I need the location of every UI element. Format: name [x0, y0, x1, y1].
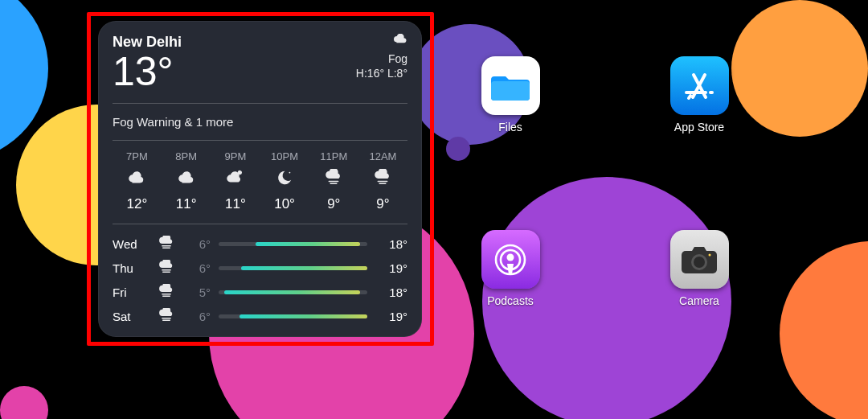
- hour-temp: 10°: [274, 196, 295, 212]
- moon-icon: [276, 169, 293, 190]
- app-label: Camera: [679, 294, 719, 307]
- weather-high-low: H:16° L:8°: [356, 67, 407, 80]
- fog-icon: [325, 169, 342, 190]
- day-name: Wed: [113, 237, 146, 251]
- weather-daily[interactable]: Wed 6° 18° Thu 6° 19° Fri 5° 18° Sat 6° …: [113, 224, 407, 326]
- cloud-icon: [128, 169, 145, 190]
- svg-point-0: [289, 172, 291, 174]
- podcasts-icon: [481, 230, 540, 289]
- hour-temp: 9°: [376, 196, 389, 212]
- day-name: Thu: [113, 261, 146, 275]
- svg-rect-3: [378, 181, 388, 182]
- weather-alert[interactable]: Fog Warning & 1 more: [113, 104, 407, 140]
- svg-rect-4: [379, 183, 387, 183]
- temp-range-bar: [219, 290, 367, 294]
- cloud-night-icon: [227, 169, 244, 190]
- app-appstore[interactable]: App Store: [659, 56, 739, 134]
- fog-icon: [154, 260, 178, 276]
- day-low: 6°: [186, 310, 211, 323]
- app-podcasts[interactable]: Podcasts: [470, 230, 551, 307]
- app-files[interactable]: Files: [470, 56, 551, 134]
- day-name: Fri: [113, 285, 146, 299]
- svg-rect-2: [330, 183, 338, 183]
- svg-rect-6: [162, 248, 170, 249]
- app-label: Podcasts: [487, 294, 534, 307]
- hour-temp: 12°: [127, 196, 148, 212]
- hour-item: 8PM11°: [162, 150, 211, 212]
- svg-point-24: [709, 253, 711, 256]
- fog-icon: [374, 169, 391, 190]
- svg-point-20: [507, 253, 514, 261]
- day-high: 18°: [375, 285, 407, 299]
- hour-temp: 11°: [176, 196, 197, 212]
- svg-rect-5: [162, 245, 171, 246]
- svg-rect-7: [162, 269, 171, 270]
- day-high: 19°: [375, 310, 407, 323]
- hour-time: 9PM: [225, 150, 247, 162]
- cloud-icon: [178, 169, 195, 190]
- svg-rect-11: [162, 318, 171, 318]
- hour-item: 12AM9°: [358, 150, 407, 212]
- hour-time: 7PM: [126, 150, 148, 162]
- svg-rect-12: [162, 320, 170, 321]
- app-label: App Store: [674, 121, 724, 134]
- temp-range-bar: [219, 242, 367, 246]
- weather-condition: Fog: [388, 52, 407, 65]
- day-row: Thu 6° 19°: [113, 258, 407, 277]
- bg-bokeh: [0, 386, 48, 419]
- svg-rect-10: [162, 296, 170, 297]
- hour-time: 11PM: [320, 150, 347, 162]
- hour-item: 11PM9°: [309, 150, 358, 212]
- day-low: 6°: [186, 261, 211, 275]
- svg-rect-8: [162, 272, 170, 273]
- temp-range-bar: [219, 266, 367, 270]
- fog-icon: [154, 284, 178, 300]
- hour-time: 8PM: [175, 150, 197, 162]
- day-low: 6°: [186, 237, 211, 251]
- day-row: Fri 5° 18°: [113, 282, 407, 302]
- app-label: Files: [498, 121, 522, 134]
- hour-time: 10PM: [271, 150, 298, 162]
- svg-rect-1: [329, 181, 339, 182]
- day-low: 5°: [186, 285, 211, 299]
- files-icon: [481, 56, 540, 115]
- day-high: 18°: [375, 237, 407, 251]
- hour-time: 12AM: [369, 150, 396, 162]
- camera-icon: [670, 230, 729, 289]
- day-high: 19°: [375, 261, 407, 275]
- svg-point-23: [694, 257, 705, 268]
- hour-temp: 11°: [225, 196, 246, 212]
- hour-item: 7PM12°: [113, 150, 162, 212]
- weather-widget[interactable]: New Delhi 13° Fog H:16° L:8° Fog Warning…: [98, 21, 422, 337]
- weather-city: New Delhi: [113, 34, 182, 51]
- app-camera[interactable]: Camera: [659, 230, 739, 307]
- temp-range-bar: [219, 314, 367, 318]
- fog-icon: [393, 34, 407, 51]
- day-name: Sat: [113, 310, 146, 323]
- day-row: Wed 6° 18°: [113, 234, 407, 253]
- svg-rect-9: [162, 294, 171, 294]
- hour-item: 10PM10°: [260, 150, 309, 212]
- hour-item: 9PM11°: [211, 150, 260, 212]
- fog-icon: [154, 236, 178, 252]
- svg-line-17: [689, 96, 690, 98]
- appstore-icon: [670, 56, 729, 115]
- bg-bokeh: [446, 137, 470, 161]
- hour-temp: 9°: [327, 196, 340, 212]
- day-row: Sat 6° 19°: [113, 306, 407, 326]
- weather-current-temp: 13°: [113, 51, 182, 93]
- fog-icon: [154, 308, 178, 324]
- weather-hourly[interactable]: 7PM12° 8PM11° 9PM11° 10PM10° 11PM9° 12AM…: [113, 141, 407, 224]
